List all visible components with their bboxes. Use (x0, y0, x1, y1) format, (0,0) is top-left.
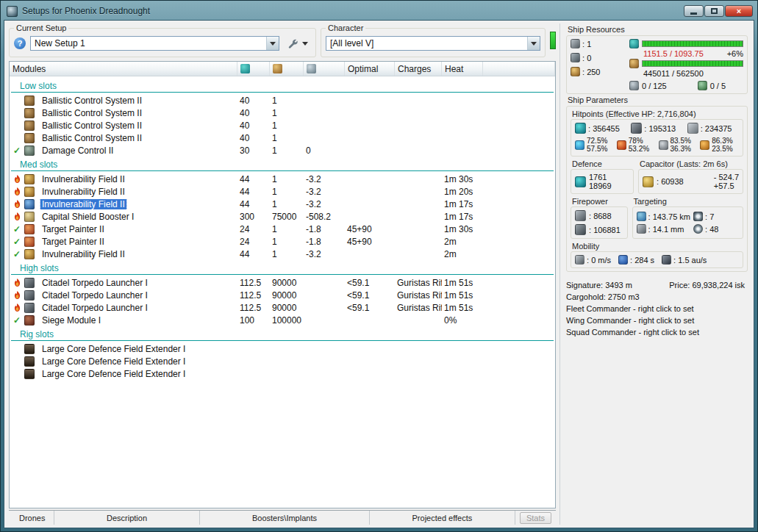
setup-combobox-value: New Setup 1 (31, 38, 266, 48)
window-body: Current Setup ? New Setup 1 (4, 20, 754, 528)
help-icon[interactable]: ? (14, 37, 26, 49)
firepower-label: Firepower (572, 197, 628, 206)
module-row[interactable]: ✓Invulnerability Field II441-3.22m (10, 248, 555, 260)
module-row[interactable]: Ballistic Control System II401 (10, 132, 555, 144)
skill-status-indicator (550, 32, 556, 49)
module-row[interactable]: Citadel Torpedo Launcher I112.590000<59.… (10, 301, 555, 314)
tab-projected-effects[interactable]: Projected effects (370, 511, 515, 525)
dps-icon (575, 224, 586, 235)
close-button[interactable]: × (725, 5, 753, 17)
maximize-button[interactable] (704, 5, 724, 17)
module-row[interactable]: Ballistic Control System II401 (10, 107, 555, 119)
tab-drones[interactable]: Drones (9, 511, 54, 525)
stats-button-disabled: Stats (520, 512, 551, 524)
module-name: Citadel Torpedo Launcher I (39, 303, 237, 313)
capacitor-drain: - 524.7 (714, 173, 739, 181)
current-setup-group: Current Setup ? New Setup 1 (9, 24, 316, 57)
cell-pg: 1 (270, 108, 304, 118)
setup-combobox-arrow[interactable] (266, 37, 279, 50)
column-header-charges[interactable]: Charges (395, 62, 442, 76)
eft-window: Setups for Phoenix Dreadnought × Current… (0, 0, 758, 532)
setup-tools-button[interactable] (284, 37, 311, 50)
column-header-capacitor[interactable] (304, 62, 345, 76)
module-row[interactable]: ✓Target Painter II241-1.845+902m (10, 235, 555, 248)
bcs-icon (24, 121, 35, 131)
cell-pg: 90000 (270, 278, 304, 288)
tab-description[interactable]: Description (54, 511, 200, 525)
module-row[interactable]: Large Core Defence Field Extender I (10, 355, 555, 367)
wing-commander-text[interactable]: Wing Commander - right click to set (566, 314, 748, 326)
character-combobox-arrow[interactable] (527, 37, 540, 50)
volley-icon (575, 210, 586, 221)
max-velocity-icon (575, 255, 584, 265)
column-header-modules[interactable]: Modules (10, 62, 237, 76)
capacitor-box: 60938 - 524.7 +57.5 (638, 169, 743, 194)
defence-box: 1761 18969 (571, 169, 634, 194)
slot-group-header: Med slots (11, 157, 554, 171)
character-combobox[interactable]: [All level V] (326, 36, 540, 51)
status-placeholder (10, 95, 24, 106)
resists-row: 72.5%57.5%78%53.2%83.5%36.3%86.3%23.5% (575, 137, 739, 153)
ship-parameters-label: Ship Parameters (568, 96, 748, 104)
ship-info-lines: Signature: 3493 m Price: 69,938,224 isk … (566, 279, 748, 338)
column-header-optimal[interactable]: Optimal (345, 62, 395, 76)
module-row[interactable]: Invulnerability Field II441-3.21m 17s (10, 198, 555, 210)
column-header-powergrid[interactable] (270, 62, 304, 76)
cell-cpu: 44 (237, 249, 270, 259)
module-row[interactable]: Ballistic Control System II401 (10, 119, 555, 132)
cell-charges: Guristas Rif... (395, 290, 442, 301)
cell-cap: 0 (304, 145, 345, 156)
cell-cpu: 24 (237, 237, 270, 247)
volley-value: 8688 (589, 212, 612, 220)
fleet-commander-text[interactable]: Fleet Commander - right click to set (566, 303, 748, 314)
invuln-icon (24, 187, 35, 197)
titlebar[interactable]: Setups for Phoenix Dreadnought × (1, 1, 757, 20)
module-row[interactable]: ✓Target Painter II241-1.845+901m 30s (10, 223, 555, 235)
price-text: Price: 69,938,224 isk (669, 279, 745, 291)
booster-icon (24, 212, 35, 222)
capacitor-recharge: +57.5 (714, 181, 739, 190)
powergrid-usage-text: 445011 / 562500 (629, 69, 743, 78)
cell-heat: 1m 17s (442, 199, 483, 209)
launcher-hardpoints: 0 (571, 53, 623, 62)
module-row[interactable]: Invulnerability Field II441-3.21m 20s (10, 185, 555, 198)
defence-label: Defence (572, 159, 634, 168)
modules-list: Low slotsBallistic Control System II401B… (10, 76, 555, 508)
toolbar: Current Setup ? New Setup 1 (9, 24, 556, 57)
max-targets-icon (693, 212, 703, 221)
module-row[interactable]: Invulnerability Field II441-3.21m 30s (10, 173, 555, 185)
signature-text: Signature: 3493 m (566, 279, 632, 291)
column-header-heat[interactable]: Heat (442, 62, 483, 76)
module-row[interactable]: Large Core Defence Field Extender I (10, 342, 555, 355)
column-header-cpu[interactable] (237, 62, 270, 76)
module-row[interactable]: Ballistic Control System II401 (10, 94, 555, 107)
setup-combobox[interactable]: New Setup 1 (30, 36, 279, 51)
cell-pg: 1 (270, 133, 304, 143)
minimize-button[interactable] (684, 5, 704, 17)
cell-pg: 1 (270, 174, 304, 184)
hitpoints-label: Hitpoints (Effective HP: 2,716,804) (572, 109, 743, 118)
resist-em: 72.5%57.5% (575, 137, 614, 153)
overheat-flame-icon (10, 173, 24, 184)
overheat-flame-icon (10, 277, 24, 288)
module-row[interactable]: Capital Shield Booster I30075000-508.21m… (10, 210, 555, 223)
targeting-range: 143.75 km (648, 212, 691, 221)
cell-optimal: <59.1 (345, 303, 395, 313)
module-row[interactable]: ✓Siege Module I1001000000% (10, 314, 555, 326)
cell-cap: -508.2 (304, 212, 345, 222)
status-placeholder (10, 132, 24, 143)
cell-cpu: 100 (237, 315, 270, 326)
module-row[interactable]: Citadel Torpedo Launcher I112.590000<59.… (10, 289, 555, 301)
module-row[interactable]: Citadel Torpedo Launcher I112.590000<59.… (10, 276, 555, 289)
module-row[interactable]: ✓Damage Control II3010 (10, 144, 555, 157)
cell-optimal: 45+90 (345, 237, 395, 247)
torpedo-icon (24, 278, 35, 288)
tab-boosters-implants[interactable]: Boosters\Implants (200, 511, 370, 525)
squad-commander-text[interactable]: Squad Commander - right click to set (566, 326, 748, 338)
active-check-icon: ✓ (10, 248, 24, 259)
bottom-bar: Drones Description Boosters\Implants Pro… (9, 510, 556, 525)
active-check-icon: ✓ (10, 236, 24, 247)
powergrid-icon (629, 59, 639, 68)
module-row[interactable]: Large Core Defence Field Extender I (10, 367, 555, 380)
targeting-range-icon (637, 212, 646, 221)
